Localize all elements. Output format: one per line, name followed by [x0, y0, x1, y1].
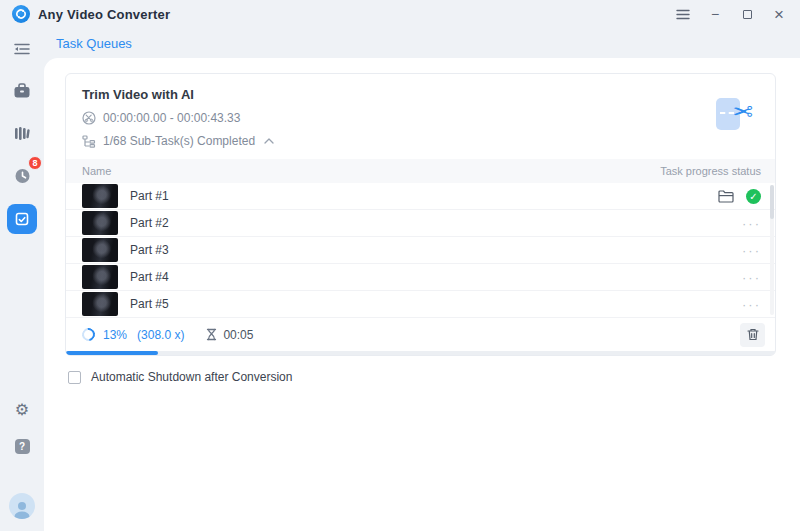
task-time-range: 00:00:00.00 - 00:00:43.33: [103, 111, 240, 125]
column-name: Name: [82, 165, 111, 177]
history-count-badge: 8: [28, 156, 42, 170]
elapsed-time: 00:05: [223, 328, 253, 342]
table-row[interactable]: Part #4 ···: [66, 264, 775, 291]
open-folder-icon[interactable]: [718, 190, 734, 203]
list-scrollbar[interactable]: [770, 185, 774, 315]
sidebar-item-task-queues[interactable]: [7, 204, 37, 234]
app-window: Any Video Converter − ×: [0, 0, 800, 531]
app-title: Any Video Converter: [38, 7, 170, 22]
app-logo-icon: [12, 5, 30, 23]
title-bar: Any Video Converter − ×: [0, 0, 800, 28]
more-actions-icon[interactable]: ···: [742, 244, 761, 257]
content-panel: Trim Video with AI 00:00:00.00 - 00:00:4…: [44, 58, 800, 531]
progress-percent: 13%: [103, 328, 127, 342]
more-actions-icon[interactable]: ···: [742, 298, 761, 311]
close-button[interactable]: ×: [772, 7, 786, 21]
part-name: Part #1: [130, 189, 169, 203]
subtask-summary: 1/68 Sub-Task(s) Completed: [103, 134, 255, 148]
task-row-list: Part #1 ✓ Part #2 ··· Part #3 ··· Part #…: [66, 183, 775, 318]
row-status: ···: [742, 217, 761, 230]
shutdown-label: Automatic Shutdown after Conversion: [91, 370, 292, 384]
part-name: Part #3: [130, 243, 169, 257]
video-thumbnail: [82, 184, 118, 208]
sidebar-collapse-icon[interactable]: [7, 34, 37, 64]
user-avatar[interactable]: [9, 493, 35, 519]
help-icon[interactable]: ?: [7, 431, 37, 461]
part-name: Part #2: [130, 216, 169, 230]
sidebar-item-converter[interactable]: [7, 76, 37, 106]
task-card-header: Trim Video with AI 00:00:00.00 - 00:00:4…: [66, 74, 775, 159]
chevron-up-icon: [264, 138, 274, 144]
more-actions-icon[interactable]: ···: [742, 271, 761, 284]
task-card: Trim Video with AI 00:00:00.00 - 00:00:4…: [65, 73, 776, 356]
progress-bar-track: [66, 351, 775, 355]
completed-check-icon: ✓: [746, 189, 761, 204]
row-status: ···: [742, 298, 761, 311]
table-row[interactable]: Part #3 ···: [66, 237, 775, 264]
video-thumbnail: [82, 238, 118, 262]
row-status: ✓: [718, 189, 761, 204]
table-row[interactable]: Part #2 ···: [66, 210, 775, 237]
scrollbar-thumb[interactable]: [770, 185, 774, 219]
question-glyph: ?: [15, 439, 30, 454]
table-row[interactable]: Part #5 ···: [66, 291, 775, 318]
settings-gear-icon[interactable]: ⚙: [7, 395, 37, 425]
maximize-button[interactable]: [740, 7, 754, 21]
more-actions-icon[interactable]: ···: [742, 217, 761, 230]
tab-bar: Task Queues: [44, 28, 800, 58]
task-title: Trim Video with AI: [82, 87, 759, 102]
progress-bar-fill: [66, 351, 158, 355]
gear-glyph: ⚙: [15, 402, 29, 418]
row-status: ···: [742, 244, 761, 257]
trim-range-icon: [82, 111, 96, 125]
shutdown-checkbox[interactable]: [68, 371, 81, 384]
row-status: ···: [742, 271, 761, 284]
progress-spinner-icon: [79, 325, 97, 343]
window-controls: − ×: [676, 7, 786, 21]
column-task-progress-status: Task progress status: [660, 165, 761, 177]
sidebar-item-media-library-icon[interactable]: [7, 118, 37, 148]
delete-task-button[interactable]: [740, 323, 765, 347]
menu-hamburger-icon[interactable]: [676, 7, 690, 21]
table-header: Name Task progress status: [66, 159, 775, 183]
hourglass-icon: [206, 328, 217, 341]
sidebar-item-history[interactable]: 8: [7, 160, 37, 190]
subtask-summary-row[interactable]: 1/68 Sub-Task(s) Completed: [82, 134, 759, 148]
part-name: Part #4: [130, 270, 169, 284]
conversion-speed: (308.0 x): [137, 328, 184, 342]
task-time-range-row: 00:00:00.00 - 00:00:43.33: [82, 111, 759, 125]
minimize-button[interactable]: −: [708, 7, 722, 21]
video-thumbnail: [82, 292, 118, 316]
task-progress-footer: 13% (308.0 x) 00:05: [66, 318, 775, 351]
trim-video-icon: ✂: [713, 96, 753, 134]
trash-icon: [747, 328, 759, 341]
sidebar: 8 ⚙ ?: [0, 28, 44, 531]
part-name: Part #5: [130, 297, 169, 311]
subtask-tree-icon: [82, 135, 96, 148]
maximize-icon: [743, 10, 752, 19]
video-thumbnail: [82, 211, 118, 235]
video-thumbnail: [82, 265, 118, 289]
shutdown-option-row: Automatic Shutdown after Conversion: [68, 370, 776, 384]
tab-task-queues[interactable]: Task Queues: [56, 36, 132, 51]
table-row[interactable]: Part #1 ✓: [66, 183, 775, 210]
elapsed-time-wrap: 00:05: [206, 328, 253, 342]
